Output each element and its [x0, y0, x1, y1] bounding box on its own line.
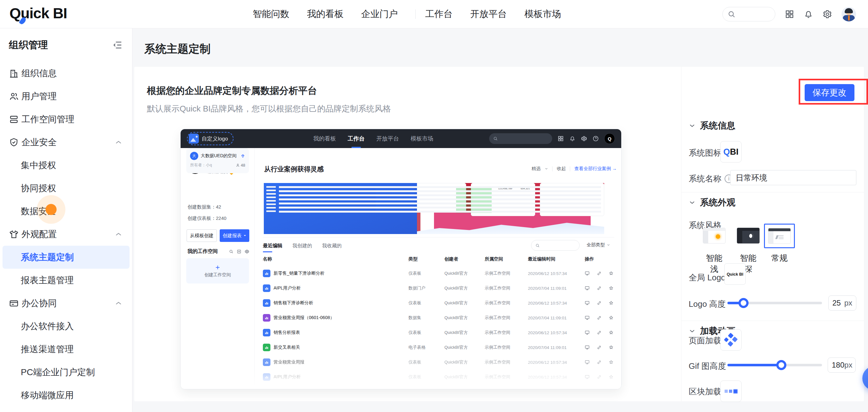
- bell-icon[interactable]: [804, 9, 813, 19]
- sidebar-item[interactable]: PC端企业门户定制: [0, 361, 132, 384]
- report-time: 2020/06/12 10:57:34: [528, 300, 567, 305]
- preview-workspace-header: 我的工作空间: [188, 248, 249, 255]
- style-option-smart-dark[interactable]: [737, 228, 760, 244]
- sidebar-item-icon: [9, 91, 19, 101]
- report-space: 示例工作空间: [485, 374, 510, 380]
- sidebar-item[interactable]: 集中授权: [0, 154, 132, 177]
- report-type: 数据集: [408, 315, 422, 321]
- save-changes-button[interactable]: 保存更改: [805, 84, 855, 101]
- logo-height-slider-knob[interactable]: [739, 298, 748, 308]
- system-name-input[interactable]: [730, 170, 856, 185]
- workspace-tier-diamond-icon: [241, 154, 245, 158]
- sidebar-item[interactable]: 协同授权: [0, 177, 132, 200]
- block-loading-animation-box[interactable]: [720, 380, 742, 402]
- gif-height-value[interactable]: 180px: [828, 357, 856, 373]
- gif-height-slider-knob[interactable]: [776, 360, 786, 370]
- sidebar-item-label: 报表主题管理: [21, 274, 74, 286]
- style-option-smart-light[interactable]: [703, 228, 725, 244]
- preview-stat-datasets: 创建数据集：42: [188, 204, 221, 210]
- theme-settings-card: 根据您的企业品牌定制专属数据分析平台 默认展示Quick BI品牌风格，您可以根…: [134, 67, 864, 401]
- report-time: 2020/07/04 11:09:01: [528, 345, 567, 350]
- sidebar-item[interactable]: 组织信息: [0, 62, 132, 85]
- top-nav-item[interactable]: 工作台: [415, 8, 453, 21]
- sidebar-item[interactable]: 系统主题定制: [2, 246, 129, 269]
- gallery-filter: 精选: [531, 166, 540, 172]
- sidebar-item-icon: [9, 298, 19, 308]
- system-icon-box[interactable]: QBI: [720, 141, 742, 162]
- report-type-icon: [263, 299, 271, 307]
- logo-height-slider[interactable]: [727, 302, 822, 304]
- style-option-normal-selected[interactable]: [764, 224, 795, 248]
- sidebar-item[interactable]: 用户管理: [0, 85, 132, 108]
- report-name: 营业额营业周报: [274, 359, 305, 365]
- report-type-icon: [263, 344, 271, 351]
- row-actions: [585, 315, 614, 320]
- preview-custom-logo: 自定义logo: [187, 132, 234, 145]
- preview-table-row: 营业额营业周报 仪表板 QuickBI官方 示例工作空间 2020/06/12 …: [255, 355, 621, 370]
- gear-icon[interactable]: [823, 9, 832, 19]
- apps-grid-icon[interactable]: [785, 9, 794, 19]
- top-nav-item[interactable]: 我的看板: [307, 8, 344, 21]
- preview-search-input: [489, 133, 552, 144]
- sidebar-item[interactable]: 推送渠道管理: [0, 338, 132, 361]
- sidebar-item[interactable]: 移动端微应用: [0, 384, 132, 407]
- sidebar-item-label: 系统主题定制: [21, 251, 74, 263]
- preview-type-filter: 全部类型: [587, 242, 610, 248]
- report-type-icon: [263, 329, 271, 337]
- global-logo-box[interactable]: Quick BI: [724, 263, 746, 285]
- avatar-hair: [845, 8, 853, 13]
- sidebar-item[interactable]: 外观配置: [0, 223, 132, 246]
- sidebar-item[interactable]: 办公软件接入: [0, 315, 132, 338]
- monitor-icon: [585, 330, 590, 335]
- page-loading-animation-box[interactable]: [720, 329, 742, 351]
- preview-nav-item: 模板市场: [411, 129, 433, 148]
- report-time: 2020/06/12 10:57:34: [528, 330, 567, 335]
- divider: [681, 192, 864, 192]
- sidebar-item[interactable]: 企业安全: [0, 131, 132, 154]
- link-icon: [597, 315, 602, 320]
- top-nav-item[interactable]: 模板市场: [524, 8, 561, 21]
- row-actions: [585, 286, 614, 291]
- sidebar-item[interactable]: 工作空间管理: [0, 108, 132, 131]
- section-appearance[interactable]: 系统外观: [689, 196, 735, 209]
- preview-table-row: AIPL用户分析 数据门户 QuickBI官方 示例工作空间 2020/07/0…: [255, 281, 621, 295]
- sidebar-item[interactable]: 办公协同: [0, 292, 132, 315]
- row-actions: [585, 345, 614, 350]
- col-header-creator: 创建者: [444, 256, 458, 262]
- star-icon: [609, 315, 614, 320]
- collapse-sidebar-icon[interactable]: [113, 40, 123, 50]
- report-name: 销售分析报表: [274, 330, 300, 336]
- sidebar-header: 组织管理: [0, 28, 132, 62]
- logo-height-value[interactable]: 25px: [828, 295, 856, 311]
- system-icon-label: 系统图标: [689, 148, 721, 158]
- gif-height-slider[interactable]: [727, 364, 822, 366]
- report-time: 2020/07/04 11:09:01: [528, 315, 567, 320]
- section-system-info[interactable]: 系统信息: [689, 120, 735, 132]
- global-search-input[interactable]: [722, 7, 775, 22]
- report-type: 仪表板: [408, 300, 422, 306]
- search-icon: [727, 10, 736, 19]
- preview-nav-menu: 我的看板工作台开放平台模板市场: [313, 129, 433, 148]
- sidebar-item-label: 工作空间管理: [22, 114, 74, 125]
- top-nav-item[interactable]: 智能问数: [253, 8, 289, 21]
- row-actions: [585, 300, 614, 306]
- preview-table-row: AIPL用户分析 仪表板 QuickBI官方 示例工作空间 2020/06/12…: [255, 370, 621, 384]
- sidebar-item[interactable]: 类目管理: [0, 407, 132, 412]
- sidebar-title: 组织管理: [9, 38, 48, 52]
- report-space: 示例工作空间: [485, 271, 510, 276]
- report-type-icon: [263, 314, 271, 322]
- quickbi-logo[interactable]: Quick BI: [9, 4, 67, 22]
- template-thumbnail: [540, 183, 604, 216]
- sidebar-item[interactable]: 数据安全: [0, 200, 132, 223]
- top-nav-item[interactable]: 企业门户: [361, 8, 398, 21]
- report-space: 示例工作空间: [485, 300, 510, 306]
- report-creator: QuickBI官方: [444, 374, 468, 380]
- user-avatar[interactable]: [841, 7, 856, 22]
- preview-create-workspace: + 创建工作空间: [186, 258, 249, 284]
- sidebar-item[interactable]: 报表主题管理: [0, 269, 132, 292]
- top-nav-item[interactable]: 开放平台: [470, 8, 507, 21]
- report-type: 电子表格: [408, 345, 426, 350]
- report-space: 示例工作空间: [485, 359, 510, 365]
- preview-bell-icon: [569, 135, 576, 142]
- monitor-icon: [585, 360, 590, 365]
